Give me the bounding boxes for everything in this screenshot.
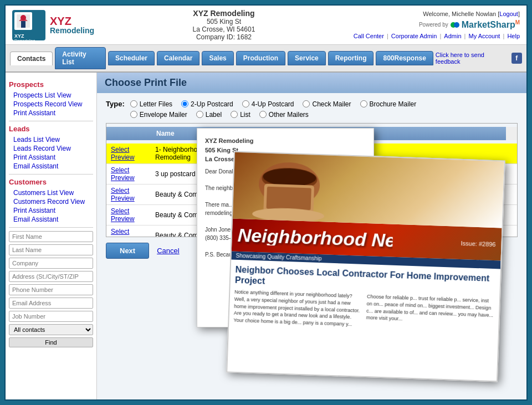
sidebar-divider-2	[9, 174, 93, 175]
logo-area: XYZ Remodeling XYZ Remodeling	[12, 10, 94, 40]
find-button[interactable]: Find	[9, 337, 93, 347]
feedback-label: Click here to send feedback	[436, 52, 508, 65]
sidebar-item-leads-list-view[interactable]: Leads List View	[9, 135, 93, 144]
job-number-input[interactable]	[9, 311, 93, 322]
header: XYZ Remodeling XYZ Remodeling XYZ Remode…	[6, 6, 526, 45]
radio-check-mailer[interactable]: Check Mailer	[303, 100, 351, 108]
preview-link[interactable]: Preview	[111, 194, 135, 202]
radio-list-input[interactable]	[231, 111, 238, 118]
nav-tab-service[interactable]: Service	[288, 51, 326, 65]
table-cell-actions: Select Preview	[106, 143, 151, 164]
radio-letter-files-input[interactable]	[130, 100, 137, 107]
select-link[interactable]: Select	[111, 228, 129, 235]
sidebar-item-customers-email-assistant[interactable]: Email Assistant	[9, 215, 93, 224]
prospects-section-title: Prospects	[9, 80, 93, 89]
market-sharp-brand: Powered by MarketSharpM	[354, 19, 520, 30]
nav-tab-calendar[interactable]: Calendar	[157, 51, 200, 65]
nav-tab-sales[interactable]: Sales	[202, 51, 233, 65]
sidebar-item-prospects-list-view[interactable]: Prospects List View	[9, 91, 93, 100]
first-name-input[interactable]	[9, 231, 93, 242]
phone-input[interactable]	[9, 284, 93, 295]
radio-2up-postcard-input[interactable]	[181, 100, 188, 107]
radio-list[interactable]: List	[231, 111, 250, 119]
sidebar: Prospects Prospects List View Prospects …	[6, 73, 97, 399]
cancel-button[interactable]: Cancel	[155, 243, 181, 259]
admin-link[interactable]: Admin	[444, 33, 461, 39]
preview-popup: XYZ Remodeling505 King StLa Crosse, WI 5…	[197, 122, 518, 388]
sidebar-item-leads-print-assistant[interactable]: Print Assistant	[9, 153, 93, 162]
nav-tab-reporting[interactable]: Reporting	[328, 51, 374, 65]
header-right: Welcome, Michelle Nowlan [Logout] Powere…	[354, 11, 520, 39]
facebook-icon: f	[511, 53, 522, 64]
marketsharep-dots-icon	[451, 20, 459, 29]
radio-4up-postcard-input[interactable]	[242, 100, 249, 107]
header-links: Call Center | Corporate Admin | Admin | …	[354, 33, 520, 39]
next-button[interactable]: Next	[106, 243, 149, 259]
sidebar-item-customers-record-view[interactable]: Customers Record View	[9, 197, 93, 206]
address-input[interactable]	[9, 271, 93, 282]
radio-brochure-mailer[interactable]: Brochure Mailer	[360, 100, 417, 108]
radio-label-input[interactable]	[196, 111, 203, 118]
last-name-input[interactable]	[9, 244, 93, 255]
radio-brochure-mailer-input[interactable]	[360, 100, 367, 107]
nav-tab-scheduler[interactable]: Scheduler	[108, 51, 155, 65]
nav-tab-production[interactable]: Production	[236, 51, 285, 65]
svg-point-9	[454, 22, 459, 28]
panel-title: Choose Print File	[97, 73, 526, 93]
nav-tab-activity-list[interactable]: Activity List	[55, 47, 106, 69]
preview-link[interactable]: Preview	[111, 215, 135, 223]
select-link[interactable]: Select	[111, 166, 129, 174]
xyz-logo-icon: XYZ Remodeling	[12, 10, 45, 40]
company-id: Company ID: 1682	[94, 33, 354, 41]
radio-other-mailers-input[interactable]	[259, 111, 267, 118]
radio-label[interactable]: Label	[196, 111, 222, 119]
sidebar-item-prospects-record-view[interactable]: Prospects Record View	[9, 100, 93, 109]
contact-type-select[interactable]: All contacts	[9, 324, 93, 335]
table-cell-actions: Select Preview	[106, 164, 151, 184]
company-input[interactable]	[9, 258, 93, 269]
news-flyer: Neighborhood News Issue: #2896 Showcasin…	[226, 151, 505, 382]
radio-envelope-mailer-input[interactable]	[130, 111, 137, 118]
th-blank	[106, 127, 151, 140]
type-row-2: Type: Envelope Mailer Label	[106, 110, 518, 119]
sidebar-item-leads-record-view[interactable]: Leads Record View	[9, 144, 93, 153]
radio-other-mailers[interactable]: Other Mailers	[259, 111, 309, 119]
call-center-link[interactable]: Call Center	[354, 33, 384, 39]
svg-rect-14	[267, 187, 311, 211]
preview-link[interactable]: Preview	[111, 153, 135, 161]
sidebar-item-customers-list-view[interactable]: Customers List View	[9, 188, 93, 197]
leads-section-title: Leads	[9, 125, 93, 133]
radio-4up-postcard[interactable]: 4-Up Postcard	[242, 100, 294, 108]
logout-link[interactable]: Logout	[499, 11, 518, 17]
feedback-area[interactable]: Click here to send feedback f	[436, 52, 522, 65]
radio-letter-files[interactable]: Letter Files	[130, 100, 172, 108]
customers-section-title: Customers	[9, 178, 93, 186]
email-input[interactable]	[9, 298, 93, 309]
news-body: Neighbor Chooses Local Contractor For Ho…	[226, 260, 500, 382]
sidebar-item-leads-email-assistant[interactable]: Email Assistant	[9, 162, 93, 171]
svg-text:XYZ: XYZ	[14, 33, 24, 39]
sidebar-divider-3	[9, 227, 93, 228]
nav-bar: Contacts Activity List Scheduler Calenda…	[6, 45, 526, 73]
nav-tab-800response[interactable]: 800Response	[376, 51, 433, 65]
preview-link[interactable]: Preview	[111, 174, 135, 182]
help-link[interactable]: Help	[507, 33, 520, 39]
powered-by-label: Powered by	[419, 22, 448, 28]
marketsharep-logo: MarketSharpM	[462, 19, 520, 30]
radio-2up-postcard[interactable]: 2-Up Postcard	[181, 100, 233, 108]
sidebar-item-prospects-print-assistant[interactable]: Print Assistant	[9, 109, 93, 117]
select-link[interactable]: Select	[111, 207, 129, 215]
preview-link[interactable]: Preview	[111, 235, 135, 237]
svg-text:Neighborhood News: Neighborhood News	[237, 224, 393, 250]
select-link[interactable]: Select	[111, 146, 129, 153]
sidebar-item-customers-print-assistant[interactable]: Print Assistant	[9, 206, 93, 215]
news-article: Notice anything different in your neighb…	[233, 289, 495, 332]
radio-envelope-mailer[interactable]: Envelope Mailer	[130, 111, 187, 119]
nav-tab-contacts[interactable]: Contacts	[10, 52, 53, 65]
select-link[interactable]: Select	[111, 187, 129, 194]
radio-check-mailer-input[interactable]	[303, 100, 310, 107]
svg-text:Remodeling: Remodeling	[14, 39, 35, 40]
right-panel: Choose Print File Type: Letter Files	[97, 73, 526, 399]
my-account-link[interactable]: My Account	[469, 33, 500, 39]
corporate-admin-link[interactable]: Corporate Admin	[391, 33, 437, 39]
